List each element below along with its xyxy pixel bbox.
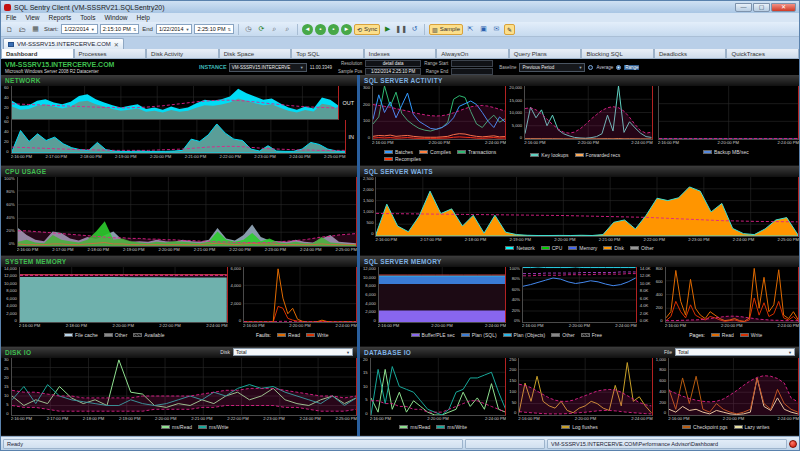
chart-plot-area[interactable]: [522, 267, 637, 323]
pause-icon[interactable]: ❚❚: [395, 24, 407, 35]
tab-blocking-sql[interactable]: Blocking SQL: [581, 49, 654, 59]
chart-plot-area[interactable]: [668, 358, 799, 416]
range-start-input[interactable]: [451, 60, 493, 67]
menu-item-view[interactable]: View: [25, 14, 39, 21]
range-end-input[interactable]: [451, 68, 493, 75]
backup-legend: Backup MB/sec: [653, 146, 799, 157]
sync-button[interactable]: ⟲Sync: [354, 24, 380, 35]
tab-indexes[interactable]: Indexes: [364, 49, 437, 59]
average-radio[interactable]: [588, 65, 593, 70]
start-date-input[interactable]: 1/22/2014▼: [61, 24, 97, 34]
sql-memory-ratio-chart[interactable]: 100%80%60%40%20%0%14.0K12.0K10.0K8.0K6.0…: [506, 267, 652, 329]
tab-top-sql[interactable]: Top SQL: [291, 49, 364, 59]
tab-disk-space[interactable]: Disk Space: [219, 49, 292, 59]
save-icon[interactable]: ▦: [30, 24, 41, 35]
legend-swatch: [603, 246, 612, 250]
range-radio[interactable]: [616, 65, 621, 70]
axis-tick: 2:23:00 PM: [265, 247, 286, 253]
jump-back-icon[interactable]: ◄: [302, 24, 313, 35]
file-filter-dropdown[interactable]: Total▼: [675, 348, 795, 356]
system-memory-chart[interactable]: 14,00012,00010,0008,0006,0004,0002,00002…: [1, 267, 228, 329]
activity-backup-chart[interactable]: 2:16:00 PM2:20:00 PM2:24:00 PM: [653, 86, 799, 146]
axis-tick: 0: [6, 150, 8, 154]
axis-tick: 10: [363, 385, 368, 389]
menu-item-tools[interactable]: Tools: [80, 14, 95, 21]
legend-prefix: Faults:: [256, 332, 271, 338]
chart-plot-area[interactable]: [243, 267, 357, 323]
chart-plot-area[interactable]: [378, 267, 507, 323]
disk-io-chart[interactable]: 3025201510502:16:00 PM2:17:00 PM2:18:00 …: [1, 358, 357, 422]
tab-disk-activity[interactable]: Disk Activity: [146, 49, 219, 59]
jump-forward-icon[interactable]: ►: [341, 24, 352, 35]
activity-batches-chart[interactable]: 30020010002:16:00 PM2:20:00 PM2:24:00 PM: [360, 86, 506, 146]
range-label: Range: [624, 65, 639, 70]
db-io-logflush-chart[interactable]: 2502001501005002:16:00 PM2:20:00 PM2:24:…: [506, 358, 652, 422]
minimize-button[interactable]: —: [735, 3, 752, 12]
chart-plot-area[interactable]: [11, 86, 340, 120]
chart-plot-area[interactable]: [19, 267, 228, 323]
network-out-chart[interactable]: 6040200OUT: [1, 86, 357, 120]
chart-plot-area[interactable]: [665, 267, 799, 323]
activity-lookups-chart[interactable]: 20,00015,00010,0005,00002:16:00 PM2:20:0…: [506, 86, 652, 146]
annotate-icon[interactable]: ✎: [504, 24, 515, 35]
tab-processes[interactable]: Processes: [74, 49, 147, 59]
maximize-button[interactable]: ▢: [753, 3, 770, 12]
disk-filter-dropdown[interactable]: Total▼: [233, 348, 353, 356]
zoom-in-icon[interactable]: ⌕: [282, 24, 293, 35]
chart-plot-area[interactable]: [518, 358, 652, 416]
axis-tick: 600: [659, 379, 666, 383]
step-forward-icon[interactable]: ▪: [328, 24, 339, 35]
play-icon[interactable]: ▶: [382, 24, 393, 35]
tab-alwayson[interactable]: AlwaysOn: [436, 49, 509, 59]
chart-plot-area[interactable]: [524, 86, 653, 140]
sql-memory-pages-chart[interactable]: 80060040020002:16:00 PM2:20:00 PM2:24:00…: [653, 267, 799, 329]
email-icon[interactable]: ✉: [491, 24, 502, 35]
chart-plot-area[interactable]: [658, 86, 799, 140]
baseline-dropdown[interactable]: Previous Period▼: [519, 63, 585, 72]
chart-plot-area[interactable]: [11, 120, 346, 154]
cpu-usage-chart[interactable]: 100%80%60%40%20%0%2:16:00 PM2:17:00 PM2:…: [1, 177, 357, 253]
tab-deadlocks[interactable]: Deadlocks: [654, 49, 727, 59]
sql-server-waits-chart[interactable]: 2,5002,0001,5001,00050002:16:00 PM2:17:0…: [360, 177, 799, 243]
close-button[interactable]: ✕: [771, 3, 796, 12]
tab-quicktraces[interactable]: QuickTraces: [726, 49, 799, 59]
chart-plot-area[interactable]: [370, 358, 507, 416]
refresh-range-icon[interactable]: ⟳: [256, 24, 267, 35]
clock-icon[interactable]: ◷: [243, 24, 254, 35]
panel-title: DATABASE IO: [364, 349, 411, 356]
sql-memory-stack-chart[interactable]: 12,00010,0008,0006,0004,0002,00002:16:00…: [360, 267, 506, 329]
zoom-out-icon[interactable]: ⌕: [269, 24, 280, 35]
document-tab[interactable]: VM-SSSRV15.INTERCERVE.COM ✕: [3, 38, 124, 49]
axis-tick: 0: [520, 136, 522, 140]
menu-item-file[interactable]: File: [6, 14, 16, 21]
chart-plot-area[interactable]: [17, 177, 357, 247]
memory-faults-chart[interactable]: 6,0004,0002,00002:16:00 PM2:20:00 PM2:24…: [228, 267, 357, 329]
file-filter-label: File: [664, 349, 672, 355]
chart-plot-area[interactable]: [372, 86, 506, 140]
end-time-input[interactable]: 2:25:10 PM⇅: [194, 24, 234, 34]
start-time-input[interactable]: 2:15:10 PM⇅: [100, 24, 140, 34]
snapshot-icon[interactable]: ▣: [478, 24, 489, 35]
tab-dashboard[interactable]: Dashboard: [1, 49, 74, 59]
menu-item-help[interactable]: Help: [137, 14, 150, 21]
chart-plot-area[interactable]: [11, 358, 357, 416]
db-io-checkpoint-chart[interactable]: 1,00080060040020002:16:00 PM2:20:00 PM2:…: [653, 358, 799, 422]
export-icon[interactable]: ⇱: [465, 24, 476, 35]
end-date-input[interactable]: 1/22/2014▼: [156, 24, 192, 34]
instance-dropdown[interactable]: VM-SSSRV15.INTERCERVE▼: [229, 63, 307, 72]
legend-swatch: [561, 425, 570, 429]
chart-plot-area[interactable]: [375, 177, 799, 237]
menu-item-window[interactable]: Window: [104, 14, 127, 21]
db-io-latency-chart[interactable]: 201510502:16:00 PM2:20:00 PM2:24:00 PM: [360, 358, 506, 422]
close-tab-icon[interactable]: ✕: [114, 41, 119, 48]
menu-item-reports[interactable]: Reports: [48, 14, 71, 21]
open-folder-icon[interactable]: 🗁: [17, 24, 28, 35]
step-back-icon[interactable]: ▪: [315, 24, 326, 35]
axis-tick: 20: [363, 358, 368, 362]
new-icon[interactable]: 🗋: [4, 24, 15, 35]
tab-query-plans[interactable]: Query Plans: [509, 49, 582, 59]
sample-button[interactable]: ▥Sample: [429, 24, 463, 35]
network-in-chart[interactable]: 6040200IN2:16:00 PM2:17:00 PM2:18:00 PM2…: [1, 120, 357, 160]
axis-tick: 40%: [512, 298, 520, 302]
reset-icon[interactable]: ↺: [409, 24, 420, 35]
